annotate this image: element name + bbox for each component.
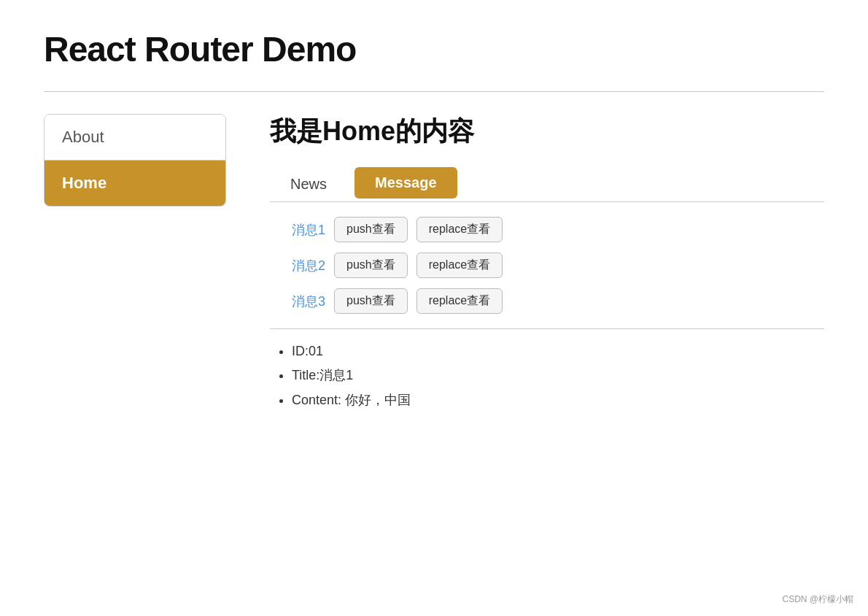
main-layout: About Home 我是Home的内容 News Message 消息1 pu… [44, 114, 824, 416]
top-divider [44, 91, 824, 92]
message-link-2[interactable]: 消息2 [292, 257, 325, 274]
nav-item-about[interactable]: About [44, 115, 225, 161]
detail-id: ID:01 [292, 344, 824, 359]
nav-panel: About Home [44, 114, 226, 207]
message-link-3[interactable]: 消息3 [292, 293, 325, 310]
message-link-1[interactable]: 消息1 [292, 221, 325, 239]
message-item-2: 消息2 push查看 replace查看 [292, 253, 824, 278]
message-item-1: 消息1 push查看 replace查看 [292, 217, 824, 242]
message-item-3: 消息3 push查看 replace查看 [292, 288, 824, 314]
message-list: 消息1 push查看 replace查看 消息2 push查看 replace查… [270, 217, 824, 314]
detail-title: Title:消息1 [292, 366, 824, 384]
sub-tabs: News Message [270, 167, 824, 202]
push-btn-2[interactable]: push查看 [334, 253, 408, 278]
replace-btn-3[interactable]: replace查看 [416, 288, 503, 314]
page-wrapper: React Router Demo About Home 我是Home的内容 N… [0, 0, 868, 445]
nav-item-home[interactable]: Home [44, 161, 225, 206]
content-area: 我是Home的内容 News Message 消息1 push查看 replac… [270, 114, 824, 416]
home-heading: 我是Home的内容 [270, 114, 824, 150]
tab-news[interactable]: News [270, 169, 347, 200]
watermark: CSDN @柠檬小帽 [782, 593, 853, 606]
detail-list: ID:01 Title:消息1 Content: 你好，中国 [270, 344, 824, 409]
detail-content: Content: 你好，中国 [292, 391, 824, 409]
push-btn-1[interactable]: push查看 [334, 217, 408, 242]
tab-message[interactable]: Message [354, 167, 457, 199]
push-btn-3[interactable]: push查看 [334, 288, 408, 314]
bottom-divider [270, 328, 824, 329]
replace-btn-1[interactable]: replace查看 [416, 217, 503, 242]
page-title: React Router Demo [44, 29, 824, 69]
replace-btn-2[interactable]: replace查看 [416, 253, 503, 278]
